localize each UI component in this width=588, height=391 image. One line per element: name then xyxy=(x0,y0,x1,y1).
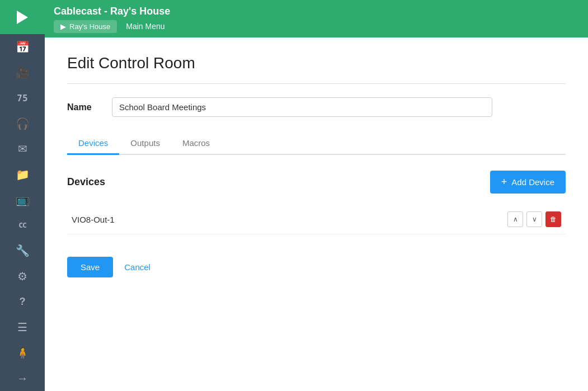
folder-icon: 📁 xyxy=(16,168,30,181)
name-label: Name xyxy=(67,102,112,112)
device-actions: ∧ ∨ 🗑 xyxy=(507,211,561,227)
location-label: Ray's House xyxy=(69,22,110,31)
location-nav-item[interactable]: ▶ Ray's House xyxy=(54,20,117,33)
list-icon: ☰ xyxy=(17,321,27,334)
delete-button[interactable]: 🗑 xyxy=(545,211,561,227)
sidebar-item-list[interactable]: ☰ xyxy=(0,314,45,340)
cancel-button[interactable]: Cancel xyxy=(122,257,153,277)
paper-plane-icon: ✉ xyxy=(18,142,27,156)
gear-icon: ⚙ xyxy=(17,270,27,283)
headset-icon: 🎧 xyxy=(16,117,30,130)
sidebar-item-monitor[interactable]: 75 xyxy=(0,85,45,111)
topbar-nav: ▶ Ray's House Main Menu xyxy=(54,20,579,37)
content-area: Edit Control Room Name Devices Outputs M… xyxy=(45,37,588,391)
trash-icon: 🗑 xyxy=(550,215,557,223)
app-title: Cablecast - Ray's House xyxy=(54,0,579,20)
chevron-up-icon: ∧ xyxy=(513,215,518,223)
tab-devices-label: Devices xyxy=(78,138,108,148)
sidebar-item-logout[interactable]: → xyxy=(0,365,45,391)
logout-icon: → xyxy=(17,372,28,385)
page-title: Edit Control Room xyxy=(67,54,566,72)
sidebar-item-folder[interactable]: 📁 xyxy=(0,162,45,187)
sidebar-item-cc[interactable]: CC xyxy=(0,213,45,238)
main-area: Cablecast - Ray's House ▶ Ray's House Ma… xyxy=(45,0,588,391)
device-name: VIO8-Out-1 xyxy=(72,215,507,224)
move-up-button[interactable]: ∧ xyxy=(507,211,523,227)
tab-outputs-label: Outputs xyxy=(130,138,160,148)
monitor-icon: 75 xyxy=(17,93,27,103)
table-row: VIO8-Out-1 ∧ ∨ 🗑 xyxy=(67,205,566,234)
nav-arrow-icon: ▶ xyxy=(60,22,66,31)
video-icon: 🎥 xyxy=(16,66,30,79)
sidebar-item-help[interactable]: ? xyxy=(0,289,45,315)
main-menu-label: Main Menu xyxy=(126,22,164,31)
cc-icon: CC xyxy=(18,221,26,229)
display-icon: 📺 xyxy=(16,193,30,206)
move-down-button[interactable]: ∨ xyxy=(526,211,542,227)
tab-macros-label: Macros xyxy=(182,138,210,148)
plus-icon: + xyxy=(501,176,507,188)
tab-devices[interactable]: Devices xyxy=(67,133,119,155)
chevron-down-icon: ∨ xyxy=(532,215,537,223)
device-list: VIO8-Out-1 ∧ ∨ 🗑 xyxy=(67,205,566,234)
sidebar-item-display[interactable]: 📺 xyxy=(0,187,45,213)
sidebar: 📅 🎥 75 🎧 ✉ 📁 📺 CC 🔧 ⚙ ? ☰ 🧍 → xyxy=(0,0,45,391)
sidebar-item-settings[interactable]: ⚙ xyxy=(0,263,45,289)
name-field-row: Name xyxy=(67,97,566,117)
tab-outputs[interactable]: Outputs xyxy=(119,133,171,155)
sidebar-item-messages[interactable]: ✉ xyxy=(0,136,45,162)
devices-section-title: Devices xyxy=(67,176,105,188)
help-icon: ? xyxy=(20,296,26,308)
topbar: Cablecast - Ray's House ▶ Ray's House Ma… xyxy=(45,0,588,37)
devices-section-header: Devices + Add Device xyxy=(67,171,566,194)
form-actions: Save Cancel xyxy=(67,257,566,277)
person-icon: 🧍 xyxy=(16,346,30,360)
add-device-button[interactable]: + Add Device xyxy=(490,171,566,194)
name-input[interactable] xyxy=(112,97,492,117)
svg-marker-0 xyxy=(17,11,28,24)
main-menu-nav-item[interactable]: Main Menu xyxy=(119,20,171,33)
app-logo[interactable] xyxy=(0,0,45,34)
add-device-label: Add Device xyxy=(511,177,554,187)
wrench-icon: 🔧 xyxy=(16,244,30,257)
save-button[interactable]: Save xyxy=(67,257,113,277)
sidebar-item-person[interactable]: 🧍 xyxy=(0,340,45,366)
divider xyxy=(67,83,566,84)
sidebar-item-calendar[interactable]: 📅 xyxy=(0,34,45,60)
sidebar-item-wrench[interactable]: 🔧 xyxy=(0,238,45,264)
tabs-bar: Devices Outputs Macros xyxy=(67,133,566,155)
tab-macros[interactable]: Macros xyxy=(171,133,221,155)
sidebar-item-video[interactable]: 🎥 xyxy=(0,60,45,86)
calendar-icon: 📅 xyxy=(16,40,30,54)
sidebar-item-headset[interactable]: 🎧 xyxy=(0,111,45,136)
